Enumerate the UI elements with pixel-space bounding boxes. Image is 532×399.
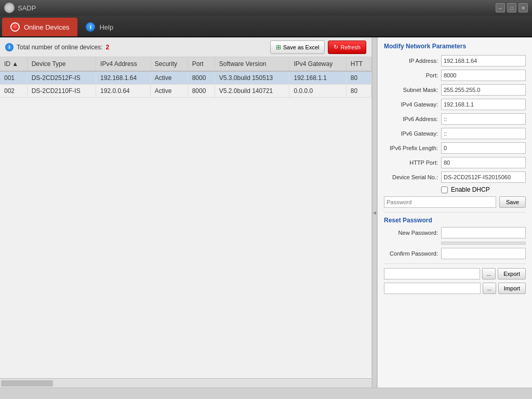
scrollbar-thumb[interactable] [1, 380, 53, 387]
status-bar [0, 388, 532, 399]
save-excel-button[interactable]: ⊞ Save as Excel [270, 41, 325, 54]
ipv6-address-input[interactable] [441, 113, 526, 125]
dhcp-label: Enable DHCP [451, 186, 490, 193]
cell-id: 001 [0, 71, 27, 85]
col-gateway[interactable]: IPv4 Gateway [289, 57, 346, 71]
col-id[interactable]: ID ▲ [0, 57, 27, 71]
tab-bar: Online Devices i Help [0, 16, 532, 37]
subnet-mask-row: Subnet Mask: [384, 84, 526, 96]
cell-ipv4: 192.0.0.64 [96, 85, 151, 98]
tab-help[interactable]: i Help [77, 18, 122, 36]
new-password-label: New Password: [384, 230, 441, 236]
collapse-handle[interactable]: ◄ [372, 37, 377, 388]
toolbar: i Total number of online devices: 2 ⊞ Sa… [0, 37, 371, 57]
cell-gateway: 192.168.1.1 [289, 71, 346, 85]
cell-device-type: DS-2CD2512F-IS [27, 71, 96, 85]
new-password-input[interactable] [441, 227, 526, 238]
cell-port: 8000 [188, 71, 215, 85]
cell-device-type: DS-2CD2110F-IS [27, 85, 96, 98]
export-path-input[interactable] [384, 268, 480, 280]
cell-security: Active [150, 85, 188, 98]
tab-help-label: Help [99, 23, 113, 31]
password-input[interactable] [384, 196, 496, 208]
serial-no-label: Device Serial No.: [384, 174, 441, 180]
import-button[interactable]: Import [498, 283, 526, 294]
http-port-input[interactable] [441, 157, 526, 168]
device-count: 2 [105, 44, 109, 51]
new-password-row: New Password: [384, 227, 526, 238]
ipv6-prefix-input[interactable] [441, 142, 526, 154]
table-row[interactable]: 001 DS-2CD2512F-IS 192.168.1.64 Active 8… [0, 71, 371, 85]
cell-id: 002 [0, 85, 27, 98]
port-input[interactable] [441, 70, 526, 81]
export-browse-button[interactable]: ... [482, 268, 496, 280]
cell-software: V5.2.0build 140721 [215, 85, 289, 98]
confirm-password-input[interactable] [441, 248, 526, 259]
serial-no-input[interactable] [441, 171, 526, 183]
reset-password-link[interactable]: Reset Password [384, 217, 526, 224]
app-logo [4, 3, 15, 13]
serial-no-row: Device Serial No.: [384, 171, 526, 183]
save-button[interactable]: Save [499, 196, 526, 208]
tab-online-devices[interactable]: Online Devices [2, 18, 77, 36]
ipv6-gateway-input[interactable] [441, 128, 526, 139]
divider-2 [384, 263, 526, 264]
http-port-label: HTTP Port: [384, 159, 441, 166]
close-button[interactable]: ✕ [518, 3, 528, 12]
dhcp-row: Enable DHCP [384, 186, 526, 193]
ip-address-input[interactable] [441, 55, 526, 66]
excel-icon: ⊞ [276, 44, 281, 51]
refresh-button[interactable]: ↻ Refresh [328, 41, 366, 54]
ipv6-prefix-row: IPv6 Prefix Length: [384, 142, 526, 154]
col-software[interactable]: Software Version [215, 57, 289, 71]
ipv6-gateway-row: IPv6 Gateway: [384, 128, 526, 139]
dhcp-checkbox[interactable] [441, 187, 448, 193]
table-row[interactable]: 002 DS-2CD2110F-IS 192.0.0.64 Active 800… [0, 85, 371, 98]
window-controls: – □ ✕ [496, 3, 528, 12]
info-icon: i [5, 43, 14, 51]
app-title: SADP [18, 4, 36, 12]
toolbar-right: ⊞ Save as Excel ↻ Refresh [270, 41, 366, 54]
restore-button[interactable]: □ [507, 3, 516, 12]
col-security[interactable]: Security [150, 57, 188, 71]
ipv4-gateway-row: IPv4 Gateway: [384, 99, 526, 110]
tab-online-devices-label: Online Devices [24, 23, 69, 31]
modify-params-title: Modify Network Parameters [384, 43, 526, 50]
ip-address-label: IP Address: [384, 58, 441, 64]
import-file-row: ... Import [384, 283, 526, 294]
minimize-button[interactable]: – [496, 3, 505, 12]
password-strength-bar [441, 242, 526, 245]
refresh-label: Refresh [340, 44, 361, 50]
cell-http: 80 [346, 71, 371, 85]
ipv6-address-row: IPv6 Address: [384, 113, 526, 125]
port-row: Port: [384, 70, 526, 81]
subnet-mask-label: Subnet Mask: [384, 87, 441, 93]
ipv6-address-label: IPv6 Address: [384, 116, 441, 122]
total-label: Total number of online devices: [17, 44, 102, 51]
ip-address-row: IP Address: [384, 55, 526, 66]
online-devices-icon [10, 22, 20, 32]
col-http[interactable]: HTT [346, 57, 371, 71]
ipv6-gateway-label: IPv6 Gateway: [384, 130, 441, 137]
toolbar-left: i Total number of online devices: 2 [5, 43, 109, 51]
devices-grid: ID ▲ Device Type IPv4 Address Security P… [0, 57, 371, 98]
subnet-mask-input[interactable] [441, 84, 526, 96]
col-ipv4[interactable]: IPv4 Address [96, 57, 151, 71]
horizontal-scrollbar[interactable] [0, 378, 371, 388]
col-port[interactable]: Port [188, 57, 215, 71]
password-row: Save [384, 196, 526, 208]
export-button[interactable]: Export [498, 268, 526, 280]
import-path-input[interactable] [384, 283, 481, 294]
cell-http: 80 [346, 85, 371, 98]
confirm-password-row: Confirm Password: [384, 248, 526, 259]
col-device-type[interactable]: Device Type [27, 57, 96, 71]
confirm-password-label: Confirm Password: [384, 250, 441, 257]
title-bar: SADP – □ ✕ [0, 0, 532, 16]
divider-1 [384, 212, 526, 212]
import-browse-button[interactable]: ... [483, 283, 496, 294]
http-port-row: HTTP Port: [384, 157, 526, 168]
help-icon: i [86, 22, 95, 32]
cell-security: Active [150, 71, 188, 85]
export-file-row: ... Export [384, 268, 526, 280]
ipv4-gateway-input[interactable] [441, 99, 526, 110]
